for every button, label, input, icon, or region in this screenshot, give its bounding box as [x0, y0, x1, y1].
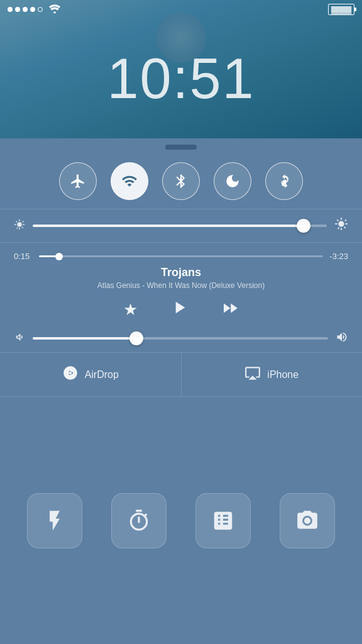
- signal-dot-4: [30, 7, 35, 12]
- play-icon: [169, 297, 189, 318]
- calculator-icon: [211, 509, 235, 533]
- signal-dot-1: [8, 7, 13, 12]
- drag-handle[interactable]: [165, 145, 197, 150]
- control-center: 0:15 -3:23 Trojans Atlas Genius - When I…: [0, 138, 362, 644]
- rotation-lock-toggle[interactable]: [265, 162, 303, 200]
- volume-row: [14, 331, 348, 346]
- do-not-disturb-toggle[interactable]: [214, 162, 251, 200]
- favorite-button[interactable]: ★: [123, 300, 138, 319]
- volume-max-icon: [336, 331, 348, 346]
- iphone-label: iPhone: [267, 369, 299, 380]
- rotation-lock-icon: [276, 173, 292, 189]
- track-progress-row: 0:15 -3:23: [14, 252, 348, 261]
- timer-button[interactable]: [111, 493, 167, 548]
- airdrop-button[interactable]: AirDrop: [0, 353, 182, 396]
- brightness-slider[interactable]: [33, 225, 327, 227]
- bluetooth-icon: [173, 173, 189, 189]
- volume-thumb[interactable]: [129, 331, 143, 345]
- quick-actions-row: [0, 397, 362, 644]
- bluetooth-toggle[interactable]: [162, 162, 200, 200]
- lock-screen: ▓▓▓▓ 10:51: [0, 0, 362, 138]
- toggle-row: [0, 156, 362, 209]
- elapsed-time: 0:15: [14, 252, 33, 261]
- volume-slider[interactable]: [33, 337, 328, 340]
- wifi-icon: [121, 173, 138, 189]
- fast-forward-icon: [221, 299, 239, 318]
- remaining-time: -3:23: [329, 252, 348, 261]
- handle-bar[interactable]: [0, 138, 362, 156]
- svg-point-0: [53, 11, 56, 13]
- flashlight-button[interactable]: [27, 493, 82, 548]
- airplay-icon: [244, 365, 261, 385]
- volume-fill: [33, 337, 136, 340]
- airplay-button[interactable]: iPhone: [182, 353, 363, 396]
- avatar: [156, 13, 206, 63]
- moon-icon: [224, 173, 241, 189]
- wifi-status-icon: [49, 4, 60, 15]
- svg-point-3: [69, 371, 71, 374]
- progress-slider[interactable]: [39, 255, 323, 257]
- share-row: AirDrop iPhone: [0, 353, 362, 397]
- brightness-max-icon: [334, 217, 348, 235]
- track-title: Trojans: [14, 266, 348, 279]
- battery-icon: ▓▓▓▓: [328, 4, 354, 15]
- camera-button[interactable]: [280, 493, 335, 548]
- play-pause-button[interactable]: [169, 297, 189, 322]
- signal-dot-2: [15, 7, 20, 12]
- brightness-fill: [33, 225, 304, 227]
- airplane-mode-toggle[interactable]: [59, 162, 97, 200]
- volume-min-icon: [14, 331, 25, 345]
- brightness-thumb[interactable]: [297, 219, 310, 233]
- camera-icon: [295, 509, 319, 533]
- progress-thumb[interactable]: [55, 253, 63, 260]
- airdrop-label: AirDrop: [85, 369, 119, 380]
- skip-forward-button[interactable]: [221, 299, 239, 321]
- track-subtitle: Atlas Genius - When It Was Now (Deluxe V…: [14, 281, 348, 290]
- flashlight-icon: [43, 509, 67, 533]
- airdrop-icon: [62, 365, 79, 385]
- signal-area: [8, 4, 60, 15]
- signal-dot-5: [38, 7, 43, 12]
- music-section: 0:15 -3:23 Trojans Atlas Genius - When I…: [0, 243, 362, 353]
- brightness-min-icon: [14, 219, 25, 233]
- airplane-icon: [70, 173, 86, 189]
- calculator-button[interactable]: [195, 493, 251, 548]
- playback-controls: ★: [14, 297, 348, 322]
- brightness-row: [0, 209, 362, 243]
- wifi-toggle[interactable]: [111, 162, 148, 200]
- timer-icon: [127, 509, 151, 533]
- signal-dot-3: [23, 7, 28, 12]
